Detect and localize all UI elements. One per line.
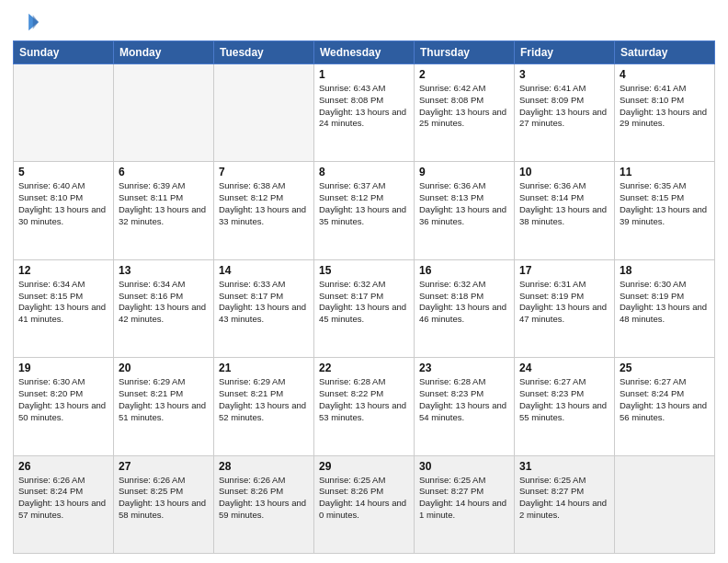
calendar-header-friday: Friday bbox=[515, 41, 615, 64]
header bbox=[13, 9, 715, 35]
day-info: Sunrise: 6:29 AM Sunset: 8:21 PM Dayligh… bbox=[119, 376, 209, 423]
day-info: Sunrise: 6:34 AM Sunset: 8:16 PM Dayligh… bbox=[119, 279, 209, 326]
day-info: Sunrise: 6:26 AM Sunset: 8:24 PM Dayligh… bbox=[18, 475, 108, 522]
calendar-cell: 26Sunrise: 6:26 AM Sunset: 8:24 PM Dayli… bbox=[14, 455, 114, 553]
day-info: Sunrise: 6:40 AM Sunset: 8:10 PM Dayligh… bbox=[18, 180, 108, 227]
day-info: Sunrise: 6:26 AM Sunset: 8:26 PM Dayligh… bbox=[219, 475, 309, 522]
day-number: 20 bbox=[119, 362, 209, 374]
day-number: 17 bbox=[519, 264, 609, 277]
calendar-cell: 24Sunrise: 6:27 AM Sunset: 8:23 PM Dayli… bbox=[515, 358, 615, 455]
calendar-week-1: 1Sunrise: 6:43 AM Sunset: 8:08 PM Daylig… bbox=[14, 64, 715, 162]
day-info: Sunrise: 6:36 AM Sunset: 8:14 PM Dayligh… bbox=[519, 180, 609, 227]
logo bbox=[13, 9, 42, 35]
day-number: 2 bbox=[419, 68, 509, 81]
day-number: 15 bbox=[319, 264, 409, 277]
calendar-cell bbox=[14, 64, 114, 162]
day-info: Sunrise: 6:25 AM Sunset: 8:27 PM Dayligh… bbox=[519, 475, 609, 522]
day-info: Sunrise: 6:31 AM Sunset: 8:19 PM Dayligh… bbox=[519, 279, 609, 326]
calendar-cell: 23Sunrise: 6:28 AM Sunset: 8:23 PM Dayli… bbox=[415, 358, 515, 455]
calendar-cell: 17Sunrise: 6:31 AM Sunset: 8:19 PM Dayli… bbox=[515, 259, 615, 357]
day-number: 12 bbox=[18, 264, 108, 277]
calendar-cell: 3Sunrise: 6:41 AM Sunset: 8:09 PM Daylig… bbox=[515, 64, 615, 162]
day-number: 13 bbox=[119, 264, 209, 277]
calendar-cell: 15Sunrise: 6:32 AM Sunset: 8:17 PM Dayli… bbox=[314, 259, 415, 357]
day-number: 19 bbox=[18, 362, 108, 374]
day-number: 26 bbox=[18, 460, 108, 473]
day-number: 22 bbox=[319, 362, 409, 374]
calendar-cell: 5Sunrise: 6:40 AM Sunset: 8:10 PM Daylig… bbox=[14, 162, 114, 259]
day-number: 9 bbox=[419, 166, 509, 178]
calendar-cell bbox=[615, 455, 715, 553]
calendar-cell: 20Sunrise: 6:29 AM Sunset: 8:21 PM Dayli… bbox=[114, 358, 214, 455]
day-number: 11 bbox=[620, 166, 710, 178]
day-number: 7 bbox=[219, 166, 309, 178]
calendar-cell: 30Sunrise: 6:25 AM Sunset: 8:27 PM Dayli… bbox=[415, 455, 515, 553]
day-number: 21 bbox=[219, 362, 309, 374]
day-number: 27 bbox=[119, 460, 209, 473]
day-info: Sunrise: 6:29 AM Sunset: 8:21 PM Dayligh… bbox=[219, 376, 309, 423]
calendar-cell: 29Sunrise: 6:25 AM Sunset: 8:26 PM Dayli… bbox=[314, 455, 415, 553]
calendar-cell: 25Sunrise: 6:27 AM Sunset: 8:24 PM Dayli… bbox=[615, 358, 715, 455]
day-number: 8 bbox=[319, 166, 409, 178]
calendar-cell: 14Sunrise: 6:33 AM Sunset: 8:17 PM Dayli… bbox=[214, 259, 314, 357]
day-info: Sunrise: 6:39 AM Sunset: 8:11 PM Dayligh… bbox=[119, 180, 209, 227]
day-info: Sunrise: 6:30 AM Sunset: 8:19 PM Dayligh… bbox=[620, 279, 710, 326]
calendar-table: SundayMondayTuesdayWednesdayThursdayFrid… bbox=[13, 40, 715, 554]
calendar-week-4: 19Sunrise: 6:30 AM Sunset: 8:20 PM Dayli… bbox=[14, 358, 715, 455]
day-info: Sunrise: 6:42 AM Sunset: 8:08 PM Dayligh… bbox=[419, 83, 509, 130]
calendar-header-sunday: Sunday bbox=[14, 41, 114, 64]
day-number: 24 bbox=[519, 362, 609, 374]
calendar-cell bbox=[214, 64, 314, 162]
calendar-header-saturday: Saturday bbox=[615, 41, 715, 64]
calendar-header-monday: Monday bbox=[114, 41, 214, 64]
calendar-cell: 9Sunrise: 6:36 AM Sunset: 8:13 PM Daylig… bbox=[415, 162, 515, 259]
day-number: 1 bbox=[319, 68, 409, 81]
calendar-cell: 7Sunrise: 6:38 AM Sunset: 8:12 PM Daylig… bbox=[214, 162, 314, 259]
day-number: 6 bbox=[119, 166, 209, 178]
day-number: 5 bbox=[18, 166, 108, 178]
day-number: 25 bbox=[620, 362, 710, 374]
calendar-cell: 21Sunrise: 6:29 AM Sunset: 8:21 PM Dayli… bbox=[214, 358, 314, 455]
day-info: Sunrise: 6:28 AM Sunset: 8:22 PM Dayligh… bbox=[319, 376, 409, 423]
day-info: Sunrise: 6:25 AM Sunset: 8:27 PM Dayligh… bbox=[419, 475, 509, 522]
day-info: Sunrise: 6:26 AM Sunset: 8:25 PM Dayligh… bbox=[119, 475, 209, 522]
calendar-cell bbox=[114, 64, 214, 162]
day-info: Sunrise: 6:41 AM Sunset: 8:09 PM Dayligh… bbox=[519, 83, 609, 130]
calendar-cell: 4Sunrise: 6:41 AM Sunset: 8:10 PM Daylig… bbox=[615, 64, 715, 162]
calendar-week-5: 26Sunrise: 6:26 AM Sunset: 8:24 PM Dayli… bbox=[14, 455, 715, 553]
day-info: Sunrise: 6:25 AM Sunset: 8:26 PM Dayligh… bbox=[319, 475, 409, 522]
calendar-header-tuesday: Tuesday bbox=[214, 41, 314, 64]
day-number: 23 bbox=[419, 362, 509, 374]
day-number: 18 bbox=[620, 264, 710, 277]
day-info: Sunrise: 6:27 AM Sunset: 8:23 PM Dayligh… bbox=[519, 376, 609, 423]
calendar-header-wednesday: Wednesday bbox=[314, 41, 415, 64]
calendar-cell: 12Sunrise: 6:34 AM Sunset: 8:15 PM Dayli… bbox=[14, 259, 114, 357]
calendar-cell: 8Sunrise: 6:37 AM Sunset: 8:12 PM Daylig… bbox=[314, 162, 415, 259]
page: SundayMondayTuesdayWednesdayThursdayFrid… bbox=[0, 0, 728, 563]
day-number: 14 bbox=[219, 264, 309, 277]
day-info: Sunrise: 6:43 AM Sunset: 8:08 PM Dayligh… bbox=[319, 83, 409, 130]
day-info: Sunrise: 6:38 AM Sunset: 8:12 PM Dayligh… bbox=[219, 180, 309, 227]
day-info: Sunrise: 6:33 AM Sunset: 8:17 PM Dayligh… bbox=[219, 279, 309, 326]
day-number: 10 bbox=[519, 166, 609, 178]
calendar-cell: 2Sunrise: 6:42 AM Sunset: 8:08 PM Daylig… bbox=[415, 64, 515, 162]
calendar-cell: 11Sunrise: 6:35 AM Sunset: 8:15 PM Dayli… bbox=[615, 162, 715, 259]
calendar-cell: 22Sunrise: 6:28 AM Sunset: 8:22 PM Dayli… bbox=[314, 358, 415, 455]
calendar-cell: 18Sunrise: 6:30 AM Sunset: 8:19 PM Dayli… bbox=[615, 259, 715, 357]
svg-marker-1 bbox=[33, 15, 39, 29]
day-info: Sunrise: 6:41 AM Sunset: 8:10 PM Dayligh… bbox=[620, 83, 710, 130]
day-number: 31 bbox=[519, 460, 609, 473]
day-info: Sunrise: 6:34 AM Sunset: 8:15 PM Dayligh… bbox=[18, 279, 108, 326]
day-number: 28 bbox=[219, 460, 309, 473]
day-number: 4 bbox=[620, 68, 710, 81]
calendar-cell: 19Sunrise: 6:30 AM Sunset: 8:20 PM Dayli… bbox=[14, 358, 114, 455]
calendar-cell: 1Sunrise: 6:43 AM Sunset: 8:08 PM Daylig… bbox=[314, 64, 415, 162]
day-number: 16 bbox=[419, 264, 509, 277]
day-info: Sunrise: 6:30 AM Sunset: 8:20 PM Dayligh… bbox=[18, 376, 108, 423]
calendar-week-2: 5Sunrise: 6:40 AM Sunset: 8:10 PM Daylig… bbox=[14, 162, 715, 259]
logo-icon bbox=[13, 9, 39, 35]
day-number: 29 bbox=[319, 460, 409, 473]
day-info: Sunrise: 6:32 AM Sunset: 8:17 PM Dayligh… bbox=[319, 279, 409, 326]
calendar-cell: 28Sunrise: 6:26 AM Sunset: 8:26 PM Dayli… bbox=[214, 455, 314, 553]
calendar-week-3: 12Sunrise: 6:34 AM Sunset: 8:15 PM Dayli… bbox=[14, 259, 715, 357]
